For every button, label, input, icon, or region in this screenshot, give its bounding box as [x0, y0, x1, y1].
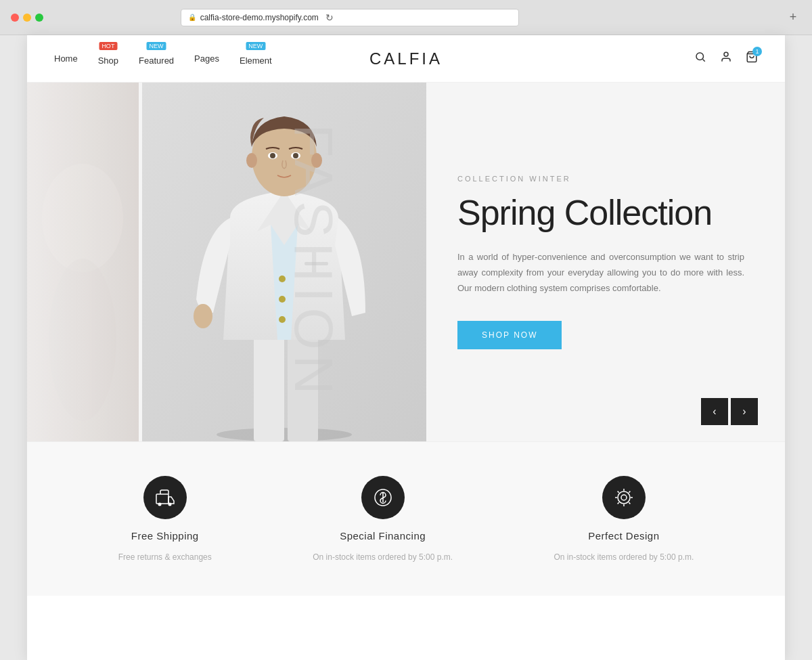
collection-description: In a world of hyper-convenience and over…	[457, 249, 744, 296]
svg-point-22	[246, 153, 257, 168]
cart-count-badge: 1	[752, 47, 762, 56]
perfect-design-title: Perfect Design	[588, 530, 659, 542]
svg-point-2	[724, 52, 728, 56]
minimize-button[interactable]	[23, 14, 31, 22]
svg-rect-24	[156, 494, 168, 504]
account-icon[interactable]	[720, 51, 732, 66]
header: Home HOT Shop NEW Featured Pages NEW Ele…	[27, 35, 785, 83]
new-badge-element: NEW	[246, 42, 265, 50]
nav-element[interactable]: NEW Element	[240, 51, 272, 66]
free-shipping-title: Free Shipping	[131, 530, 199, 542]
browser-chrome: 🔒 calfia-store-demo.myshopify.com ↻ +	[0, 0, 812, 35]
website-container: Home HOT Shop NEW Featured Pages NEW Ele…	[27, 35, 785, 660]
special-financing-subtitle: On in-stock items ordered by 5:00 p.m.	[313, 552, 453, 562]
nav-shop[interactable]: HOT Shop	[98, 51, 118, 66]
address-bar[interactable]: 🔒 calfia-store-demo.myshopify.com ↻	[181, 9, 519, 26]
collection-subtitle: COLLECTION WINTER	[457, 175, 744, 183]
special-financing-icon	[361, 476, 405, 519]
hero-image-area: FASHION	[27, 83, 444, 441]
perfect-design-subtitle: On in-stock items ordered by 5:00 p.m.	[554, 552, 694, 562]
svg-point-26	[168, 503, 171, 506]
svg-point-29	[618, 491, 630, 504]
svg-point-11	[194, 304, 212, 328]
url-text: calfia-store-demo.myshopify.com	[200, 13, 319, 22]
shop-now-button[interactable]: SHOP NOW	[457, 321, 562, 349]
feature-special-financing: Special Financing On in-stock items orde…	[313, 476, 453, 562]
features-section: Free Shipping Free returns & exchanges S…	[27, 441, 785, 596]
lock-icon: 🔒	[188, 14, 196, 21]
fashion-watermark: FASHION	[281, 124, 344, 399]
slider-next-button[interactable]: ›	[731, 398, 758, 425]
cart-icon[interactable]: 1	[746, 51, 758, 66]
new-tab-button[interactable]: +	[785, 9, 801, 26]
maximize-button[interactable]	[35, 14, 43, 22]
collection-title: Spring Collection	[457, 194, 744, 232]
nav-pages[interactable]: Pages	[194, 53, 219, 64]
svg-rect-9	[254, 333, 284, 441]
svg-point-0	[696, 53, 704, 60]
svg-point-28	[621, 495, 627, 500]
svg-point-19	[270, 153, 275, 158]
hero-content: COLLECTION WINTER Spring Collection In a…	[444, 83, 785, 441]
close-button[interactable]	[11, 14, 19, 22]
slider-prev-button[interactable]: ‹	[701, 398, 728, 425]
main-nav: Home HOT Shop NEW Featured Pages NEW Ele…	[54, 51, 272, 66]
nav-home[interactable]: Home	[54, 53, 78, 64]
slider-navigation: ‹ ›	[701, 398, 758, 425]
feature-free-shipping: Free Shipping Free returns & exchanges	[118, 476, 212, 562]
feature-perfect-design: Perfect Design On in-stock items ordered…	[554, 476, 694, 562]
special-financing-title: Special Financing	[340, 530, 426, 542]
hero-bg-blur	[27, 83, 142, 441]
new-badge-featured: NEW	[147, 42, 166, 50]
svg-line-1	[702, 59, 704, 61]
header-actions: 1	[694, 51, 758, 66]
site-logo[interactable]: CALFIA	[369, 49, 443, 68]
svg-point-25	[158, 503, 161, 506]
nav-featured[interactable]: NEW Featured	[139, 51, 174, 66]
traffic-lights	[11, 14, 43, 22]
search-icon[interactable]	[694, 51, 706, 66]
perfect-design-icon	[602, 476, 646, 519]
free-shipping-icon	[143, 476, 187, 519]
hero-section: FASHION COLLECTION WINTER Spring Collect…	[27, 83, 785, 441]
free-shipping-subtitle: Free returns & exchanges	[118, 552, 212, 562]
hot-badge: HOT	[99, 42, 117, 50]
reload-icon[interactable]: ↻	[325, 12, 334, 23]
